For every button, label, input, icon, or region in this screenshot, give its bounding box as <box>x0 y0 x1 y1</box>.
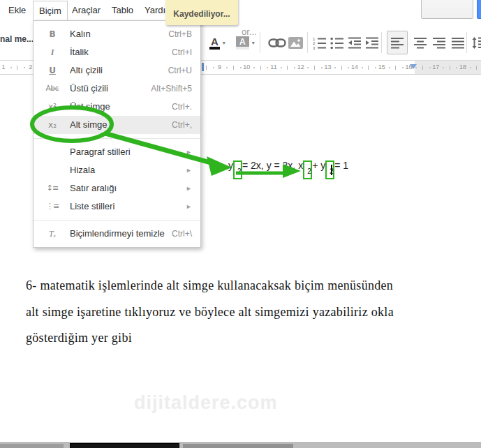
menu-item-alti-cizili[interactable]: UAltı çiziliCtrl+U <box>34 61 200 80</box>
menu-item-shortcut: Ctrl+I <box>172 43 192 61</box>
ruler-tick <box>456 67 457 68</box>
ruler-tick <box>422 66 423 70</box>
ruler-number: 14 <box>351 64 358 70</box>
insert-image-icon[interactable] <box>288 33 303 52</box>
align-right-icon[interactable] <box>432 33 446 52</box>
paragraph-line: alt simge işaretine tıklıyoruz ve böylec… <box>26 299 459 326</box>
menu-item-ustu-cizili[interactable]: AbcÜstü çiziliAlt+Shift+5 <box>34 80 200 98</box>
menu-item-liste-stilleri[interactable]: ⋮≡Liste stilleri► <box>34 197 200 216</box>
ruler-tick <box>260 66 261 70</box>
submenu-arrow-icon: ► <box>186 197 192 216</box>
ruler-tick <box>375 67 376 68</box>
ruler-tick <box>240 67 242 68</box>
chevron-down-icon: ▾ <box>223 40 225 46</box>
increase-indent-icon[interactable] <box>365 33 379 52</box>
menu-item-label: Kalın <box>70 25 91 43</box>
menu-item-label: Hizala <box>70 161 95 179</box>
menu-item-kalin[interactable]: BKalınCtrl+B <box>34 25 200 43</box>
line-spacing-icon[interactable] <box>472 33 481 52</box>
format-dropdown-menu: BKalınCtrl+BIİtalikCtrl+IUAltı çiziliCtr… <box>33 20 201 248</box>
align-justify-icon[interactable] <box>451 33 465 52</box>
scrollbar-thumb[interactable] <box>70 443 179 448</box>
ruler-tick <box>281 67 282 68</box>
menu-separator <box>34 138 200 139</box>
right-indent-marker[interactable] <box>410 64 417 69</box>
scrollbar-segment-left <box>0 444 64 448</box>
body-paragraph: 6- matematik işlemlerinde alt simge kull… <box>26 273 459 352</box>
align-left-icon[interactable] <box>387 31 408 54</box>
subscript-digit: 2 <box>307 167 311 175</box>
ruler-tick <box>267 67 268 68</box>
comments-button[interactable] <box>421 0 473 19</box>
ruler-tick <box>470 67 471 68</box>
menu-item-satir-araligi[interactable]: ↕≡Satır aralığı► <box>34 179 200 197</box>
subscript-green-box: 2 <box>233 160 242 179</box>
list-styles-icon: ⋮≡ <box>42 197 63 216</box>
ruler-number: 11 <box>270 64 276 70</box>
saving-status-text: or... <box>242 27 257 37</box>
insert-link-icon[interactable] <box>268 33 286 52</box>
menu-item-shortcut: Alt+Shift+5 <box>151 80 192 98</box>
submenu-arrow-icon: ► <box>186 179 192 197</box>
menu-item-label: Paragraf stilleri <box>70 143 131 161</box>
ruler-tick <box>287 66 288 70</box>
ruler-tick <box>368 66 369 70</box>
ruler-tick <box>443 67 444 68</box>
svg-text:3: 3 <box>313 45 316 50</box>
scrollbar-segment-right <box>183 444 293 448</box>
text-color-icon[interactable]: A▾ <box>209 33 225 52</box>
menu-ekle[interactable]: Ekle <box>3 1 31 20</box>
menu-item-label: Alt simge <box>70 116 107 134</box>
menu-item-shortcut: Ctrl+B <box>168 25 192 43</box>
ruler-tick <box>307 67 309 68</box>
text-cursor <box>331 165 332 175</box>
line-spacing-icon: ↕≡ <box>42 179 63 197</box>
ruler-number: 12 <box>297 64 304 70</box>
menu-item-italik[interactable]: IİtalikCtrl+I <box>34 43 200 61</box>
subscript-green-box: 2 <box>325 160 334 179</box>
ruler-tick <box>294 67 295 68</box>
equation-text: = 1 <box>334 160 348 171</box>
menu-item-label: Altı çizili <box>70 61 103 80</box>
left-indent-marker[interactable] <box>202 63 204 71</box>
paragraph-style-selector[interactable]: nal me... <box>0 34 34 44</box>
menu-item-paragraf-stilleri[interactable]: Paragraf stilleri► <box>34 143 200 161</box>
submenu-arrow-icon: ► <box>186 161 192 179</box>
menu-item-ust-simge[interactable]: x²Üst simgeCtrl+. <box>34 98 200 116</box>
menu-tablo[interactable]: Tablo <box>106 1 139 20</box>
saving-tooltip-label: Kaydediliyor... <box>173 9 230 19</box>
menu-item-hizala[interactable]: Hizala► <box>34 161 200 179</box>
ruler-tick <box>429 67 431 68</box>
svg-text:2: 2 <box>313 41 316 45</box>
italic-icon: I <box>42 43 63 61</box>
bulleted-list-icon[interactable] <box>330 33 344 52</box>
menu-item-label: Biçimlendirmeyi temizle <box>70 225 165 243</box>
ruler-tick <box>395 66 396 70</box>
menu-item-label: Satır aralığı <box>70 179 117 197</box>
menu-item-label: Üstü çizili <box>70 80 108 98</box>
horizontal-scrollbar[interactable] <box>0 442 481 448</box>
toolbar-separator <box>260 32 260 53</box>
menu-item-shortcut: Ctrl+, <box>172 116 192 134</box>
ruler-tick <box>321 67 323 68</box>
align-center-icon[interactable] <box>413 33 427 52</box>
menu-bicim[interactable]: Biçim <box>33 1 68 21</box>
menu-item-alt-simge[interactable]: x₂Alt simgeCtrl+, <box>34 116 200 134</box>
ruler-number: 10 <box>243 64 250 70</box>
toolbar-separator <box>466 32 467 53</box>
equation-text: = 2x, y = 3x, x <box>242 160 303 171</box>
share-button[interactable] <box>477 0 481 19</box>
underline-icon: U <box>42 61 63 80</box>
numbered-list-icon[interactable]: 123 <box>313 33 327 52</box>
menu-araclar[interactable]: Araçlar <box>66 1 106 20</box>
ruler-tick <box>24 67 25 68</box>
superscript-icon: x² <box>42 98 63 116</box>
equation-line: y2= 2x, y = 3x, x2+ y2= 1 <box>228 160 348 179</box>
ruler-tick <box>450 66 450 70</box>
menu-item-shortcut: Ctrl+\ <box>172 225 192 243</box>
menu-item-bicimlendirmeyi-temizle[interactable]: TₓBiçimlendirmeyi temizleCtrl+\ <box>34 225 200 243</box>
decrease-indent-icon[interactable] <box>348 33 362 52</box>
ruler-tick <box>402 67 404 68</box>
submenu-arrow-icon: ► <box>186 143 192 161</box>
paragraph-line: gösterdiğim yer gibi <box>26 325 459 352</box>
